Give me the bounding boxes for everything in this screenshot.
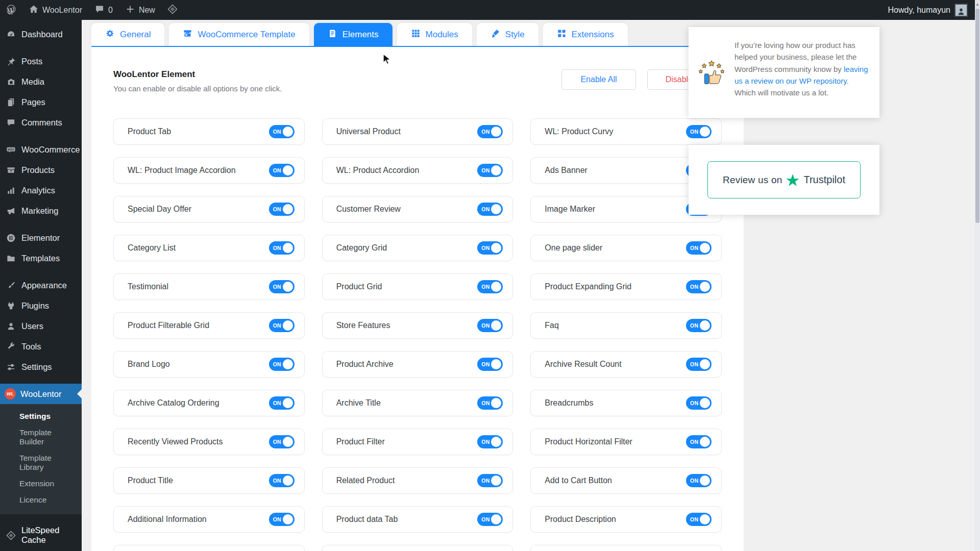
element-toggle-switch[interactable]: ON (269, 125, 295, 138)
toggle-state-label: ON (481, 516, 489, 522)
woolentor-submenu-item[interactable]: Template Builder (0, 424, 82, 450)
sidebar-item[interactable]: Elementor (0, 228, 82, 248)
comments-menu[interactable]: 0 (88, 0, 119, 20)
wp-logo-menu[interactable] (0, 0, 22, 20)
element-toggle-switch[interactable]: ON (269, 203, 295, 216)
element-toggle-switch[interactable]: ON (477, 241, 503, 255)
toggle-state-label: ON (690, 284, 698, 290)
camera-icon (5, 76, 17, 88)
settings-tab[interactable]: Elements (314, 23, 393, 46)
toggle-state-label: ON (481, 245, 489, 251)
toggle-state-label: ON (690, 439, 698, 445)
settings-tab[interactable]: Extensions (543, 23, 628, 46)
element-toggle-switch[interactable]: ON (269, 358, 295, 371)
element-card: Additional Information ON (113, 506, 305, 533)
trustpilot-review-button[interactable]: Review us on Trustpilot (707, 161, 861, 198)
scrollbar-up-arrow[interactable]: ▲ (975, 0, 980, 8)
modules-grid-icon (411, 29, 421, 41)
tab-label: Modules (426, 30, 458, 40)
sidebar-item[interactable]: Appearance (0, 275, 82, 295)
sidebar-item[interactable]: Products (0, 160, 82, 180)
element-toggle-switch[interactable]: ON (269, 474, 295, 487)
sidebar-item[interactable]: Analytics (0, 180, 82, 201)
admin-bar: WooLentor 0 New Howdy, humayun (0, 0, 975, 20)
sidebar-item[interactable]: Marketing (0, 201, 82, 221)
element-toggle-switch[interactable]: ON (477, 435, 503, 448)
sidebar-item[interactable]: Dashboard (0, 24, 82, 44)
element-toggle-switch[interactable]: ON (477, 319, 503, 332)
element-toggle-switch[interactable]: ON (477, 358, 503, 371)
element-card: Category Grid ON (322, 235, 513, 261)
sidebar-item[interactable]: Settings (0, 357, 82, 377)
pushpin-icon (5, 55, 17, 67)
settings-tab[interactable]: Modules (397, 23, 472, 46)
sidebar-item-label: Settings (21, 362, 52, 372)
element-toggle-switch[interactable]: ON (269, 435, 295, 448)
sidebar-item-woolentor[interactable]: WL WooLentor (0, 384, 82, 404)
element-toggle-switch[interactable]: ON (686, 241, 712, 255)
wrench-icon (5, 340, 17, 353)
woolentor-submenu-item[interactable]: Extension (0, 475, 82, 492)
sidebar-item[interactable]: Templates (0, 248, 82, 268)
element-toggle-switch[interactable]: ON (269, 396, 295, 410)
element-card: Product Filter ON (322, 429, 513, 455)
plus-icon (125, 4, 135, 16)
sidebar-item[interactable]: Users (0, 316, 82, 336)
sidebar-item[interactable]: Plugins (0, 295, 82, 316)
sidebar-item[interactable]: Pages (0, 92, 82, 112)
sidebar-item[interactable]: Posts (0, 51, 82, 71)
element-card: Universal Product ON (322, 118, 513, 145)
element-toggle-switch[interactable]: ON (686, 358, 712, 371)
element-toggle-switch[interactable]: ON (477, 164, 503, 177)
element-toggle-switch[interactable]: ON (269, 319, 295, 332)
element-toggle-switch[interactable]: ON (477, 125, 503, 138)
settings-tab[interactable]: WooCommerce Template (169, 23, 309, 46)
element-label: Product data Tab (336, 515, 398, 524)
sidebar-item[interactable]: Tools (0, 336, 82, 357)
element-toggle-switch[interactable]: ON (477, 203, 503, 216)
new-content-menu[interactable]: New (119, 0, 161, 20)
toggle-knob (283, 165, 293, 176)
element-toggle-switch[interactable]: ON (477, 280, 503, 293)
sidebar-item-label: Tools (21, 342, 41, 352)
element-toggle-switch[interactable]: ON (686, 474, 712, 487)
site-name-link[interactable]: WooLentor (22, 0, 88, 20)
sliders-icon (5, 361, 17, 373)
woolentor-submenu-item[interactable]: Template Library (0, 450, 82, 475)
settings-tab[interactable]: General (91, 23, 164, 46)
element-toggle-switch[interactable]: ON (686, 435, 712, 448)
sidebar-item[interactable]: Comments (0, 112, 82, 133)
toggle-state-label: ON (273, 361, 281, 367)
woolentor-submenu-item[interactable]: Licence (0, 492, 82, 508)
element-toggle-switch[interactable]: ON (477, 513, 503, 526)
sidebar-item[interactable]: WOO WooCommerce (0, 139, 82, 160)
element-toggle-switch[interactable]: ON (269, 280, 295, 293)
element-label: Product Description (545, 515, 616, 524)
element-toggle-switch[interactable]: ON (686, 513, 712, 526)
element-toggle-switch[interactable]: ON (686, 319, 712, 332)
element-toggle-switch[interactable]: ON (269, 513, 295, 526)
element-toggle-switch[interactable]: ON (269, 241, 295, 255)
element-toggle-switch[interactable]: ON (477, 474, 503, 487)
collapse-menu-button[interactable]: Collapse menu (0, 549, 82, 551)
element-toggle-switch[interactable]: ON (269, 164, 295, 177)
account-menu[interactable]: Howdy, humayun (888, 4, 975, 17)
sidebar-item-litespeed[interactable]: LiteSpeed Cache (0, 521, 82, 549)
enable-all-button[interactable]: Enable All (561, 69, 636, 90)
litespeed-adminbar-menu[interactable] (161, 0, 184, 20)
toggle-state-label: ON (273, 284, 281, 290)
element-label: Product Tab (128, 127, 171, 136)
scrollbar-thumb[interactable] (975, 9, 979, 223)
element-card: Brand Logo ON (113, 351, 305, 378)
toggle-knob (491, 514, 501, 524)
settings-tab[interactable]: Style (477, 23, 538, 46)
element-card: Archive Catalog Ordering ON (113, 390, 305, 416)
toggle-state-label: ON (273, 516, 281, 522)
paintbrush-icon (5, 279, 17, 291)
woolentor-submenu-item[interactable]: Settings (0, 408, 82, 424)
sidebar-item[interactable]: Media (0, 71, 82, 92)
element-toggle-switch[interactable]: ON (686, 280, 712, 293)
element-card: Archive Result Count ON (530, 351, 722, 378)
element-toggle-switch[interactable]: ON (686, 396, 712, 410)
element-toggle-switch[interactable]: ON (477, 396, 503, 410)
